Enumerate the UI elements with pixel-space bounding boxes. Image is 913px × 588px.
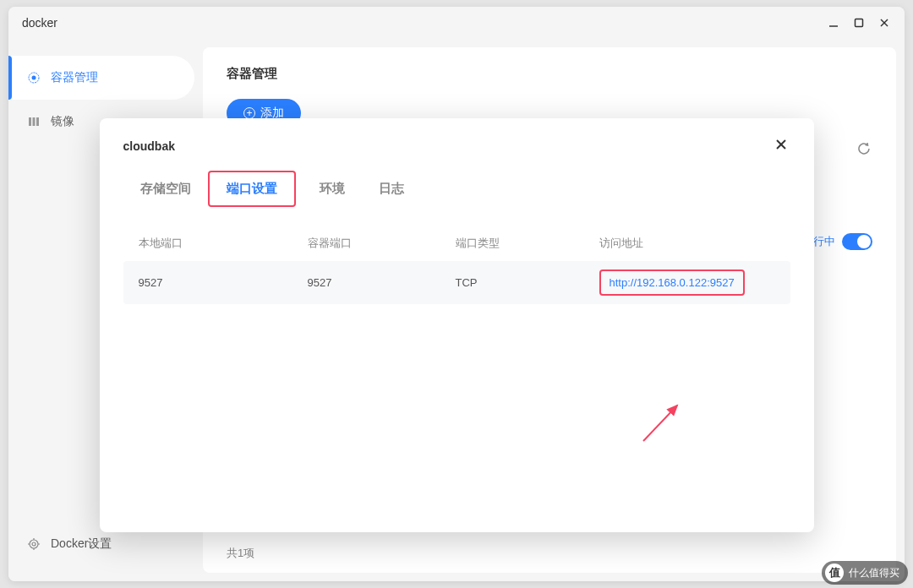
cell-container-port: 9527 (308, 276, 456, 289)
modal: cloudbak 存储空间 端口设置 环境 日志 本地端口 容器端口 端口类型 … (100, 118, 814, 532)
tab-logs[interactable]: 日志 (362, 172, 421, 205)
minimize-icon[interactable] (827, 16, 840, 30)
tab-ports[interactable]: 端口设置 (208, 171, 296, 207)
svg-rect-1 (856, 19, 863, 27)
header-container-port: 容器端口 (308, 236, 456, 251)
svg-point-5 (32, 76, 36, 80)
ports-table: 本地端口 容器端口 端口类型 访问地址 9527 9527 TCP http:/… (100, 205, 814, 304)
svg-point-9 (30, 540, 38, 548)
access-url-link[interactable]: http://192.168.0.122:9527 (599, 270, 745, 296)
maximize-icon[interactable] (852, 16, 866, 30)
container-icon (27, 71, 41, 84)
window-title: docker (22, 16, 57, 30)
tab-environment[interactable]: 环境 (303, 172, 362, 205)
page-title: 容器管理 (227, 66, 872, 82)
header-access-url: 访问地址 (599, 236, 775, 251)
svg-point-10 (32, 542, 36, 546)
svg-line-17 (643, 406, 677, 441)
images-icon (27, 115, 41, 128)
titlebar: docker (8, 7, 905, 39)
svg-rect-7 (33, 117, 36, 126)
table-header: 本地端口 容器端口 端口类型 访问地址 (123, 226, 790, 261)
status-text: 行中 (813, 234, 835, 249)
tab-storage[interactable]: 存储空间 (123, 172, 208, 205)
cell-access-url: http://192.168.0.122:9527 (599, 275, 775, 291)
sidebar-item-containers[interactable]: 容器管理 (8, 56, 194, 100)
close-icon[interactable] (772, 135, 790, 157)
plus-icon: + (243, 107, 255, 119)
sidebar-item-label: 镜像 (51, 114, 74, 129)
status-toggle[interactable] (842, 233, 872, 250)
refresh-icon[interactable] (856, 140, 872, 161)
tabs: 存储空间 端口设置 环境 日志 (100, 172, 814, 205)
annotation-arrow (637, 397, 687, 451)
window-controls (827, 16, 891, 30)
sidebar-item-label: Docker设置 (51, 536, 112, 552)
close-icon[interactable] (877, 16, 891, 30)
cell-port-type: TCP (456, 276, 599, 289)
header-port-type: 端口类型 (456, 236, 599, 251)
gear-icon (27, 537, 41, 551)
modal-header: cloudbak (100, 135, 814, 172)
header-local-port: 本地端口 (139, 236, 308, 251)
cell-local-port: 9527 (139, 276, 308, 289)
modal-title: cloudbak (123, 139, 175, 153)
svg-rect-6 (29, 117, 31, 126)
sidebar-item-label: 容器管理 (51, 70, 98, 85)
svg-rect-8 (36, 117, 39, 126)
table-row: 9527 9527 TCP http://192.168.0.122:9527 (123, 261, 790, 304)
footer-count: 共1项 (227, 546, 254, 561)
status-row: 行中 (813, 233, 872, 250)
